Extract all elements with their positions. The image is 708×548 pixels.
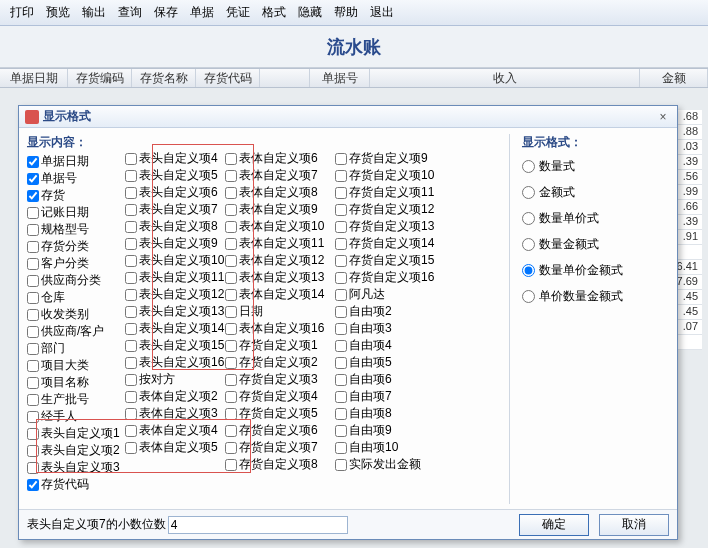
check-单据日期[interactable]: 单据日期	[27, 153, 125, 170]
checkbox[interactable]	[225, 340, 237, 352]
checkbox[interactable]	[335, 170, 347, 182]
check-存货自定义项7[interactable]: 存货自定义项7	[225, 439, 335, 456]
check-表头自定义项11[interactable]: 表头自定义项11	[125, 269, 225, 286]
check-存货自定义项2[interactable]: 存货自定义项2	[225, 354, 335, 371]
checkbox[interactable]	[225, 374, 237, 386]
check-单据号[interactable]: 单据号	[27, 170, 125, 187]
checkbox[interactable]	[335, 425, 347, 437]
menu-退出[interactable]: 退出	[364, 0, 400, 25]
checkbox[interactable]	[225, 459, 237, 471]
ok-button[interactable]: 确定	[519, 514, 589, 536]
checkbox[interactable]	[335, 306, 347, 318]
checkbox[interactable]	[27, 156, 39, 168]
check-表头自定义项16[interactable]: 表头自定义项16	[125, 354, 225, 371]
check-供应商/客户[interactable]: 供应商/客户	[27, 323, 125, 340]
checkbox[interactable]	[335, 323, 347, 335]
cancel-button[interactable]: 取消	[599, 514, 669, 536]
check-表体自定义项6[interactable]: 表体自定义项6	[225, 150, 335, 167]
check-自由项3[interactable]: 自由项3	[335, 320, 445, 337]
checkbox[interactable]	[335, 442, 347, 454]
menu-帮助[interactable]: 帮助	[328, 0, 364, 25]
checkbox[interactable]	[125, 357, 137, 369]
check-日期[interactable]: 日期	[225, 303, 335, 320]
checkbox[interactable]	[27, 309, 39, 321]
radio-数量单价金额式[interactable]: 数量单价金额式	[522, 257, 669, 283]
check-表头自定义项15[interactable]: 表头自定义项15	[125, 337, 225, 354]
check-表体自定义项5[interactable]: 表体自定义项5	[125, 439, 225, 456]
checkbox[interactable]	[335, 221, 347, 233]
radio-单价数量金额式[interactable]: 单价数量金额式	[522, 283, 669, 309]
checkbox[interactable]	[27, 207, 39, 219]
checkbox[interactable]	[125, 238, 137, 250]
check-存货自定义项10[interactable]: 存货自定义项10	[335, 167, 445, 184]
checkbox[interactable]	[125, 425, 137, 437]
check-表体自定义项8[interactable]: 表体自定义项8	[225, 184, 335, 201]
radio-数量单价式[interactable]: 数量单价式	[522, 205, 669, 231]
menu-打印[interactable]: 打印	[4, 0, 40, 25]
checkbox[interactable]	[27, 224, 39, 236]
checkbox[interactable]	[225, 204, 237, 216]
checkbox[interactable]	[125, 340, 137, 352]
menu-保存[interactable]: 保存	[148, 0, 184, 25]
menu-隐藏[interactable]: 隐藏	[292, 0, 328, 25]
check-表头自定义项9[interactable]: 表头自定义项9	[125, 235, 225, 252]
check-收发类别[interactable]: 收发类别	[27, 306, 125, 323]
check-存货自定义项12[interactable]: 存货自定义项12	[335, 201, 445, 218]
check-供应商分类[interactable]: 供应商分类	[27, 272, 125, 289]
checkbox[interactable]	[125, 391, 137, 403]
checkbox[interactable]	[125, 306, 137, 318]
check-表体自定义项13[interactable]: 表体自定义项13	[225, 269, 335, 286]
menu-单据[interactable]: 单据	[184, 0, 220, 25]
checkbox[interactable]	[225, 408, 237, 420]
radio-金额式[interactable]: 金额式	[522, 179, 669, 205]
checkbox[interactable]	[27, 258, 39, 270]
checkbox[interactable]	[125, 323, 137, 335]
check-实际发出金额[interactable]: 实际发出金额	[335, 456, 445, 473]
check-表头自定义项4[interactable]: 表头自定义项4	[125, 150, 225, 167]
check-表头自定义项2[interactable]: 表头自定义项2	[27, 442, 125, 459]
check-项目大类[interactable]: 项目大类	[27, 357, 125, 374]
check-表体自定义项7[interactable]: 表体自定义项7	[225, 167, 335, 184]
radio[interactable]	[522, 238, 535, 251]
check-存货分类[interactable]: 存货分类	[27, 238, 125, 255]
checkbox[interactable]	[335, 357, 347, 369]
checkbox[interactable]	[335, 391, 347, 403]
decimal-input[interactable]	[168, 516, 348, 534]
check-阿凡达[interactable]: 阿凡达	[335, 286, 445, 303]
checkbox[interactable]	[225, 255, 237, 267]
check-存货自定义项3[interactable]: 存货自定义项3	[225, 371, 335, 388]
checkbox[interactable]	[225, 170, 237, 182]
checkbox[interactable]	[335, 408, 347, 420]
check-经手人[interactable]: 经手人	[27, 408, 125, 425]
radio[interactable]	[522, 290, 535, 303]
checkbox[interactable]	[27, 411, 39, 423]
checkbox[interactable]	[225, 425, 237, 437]
checkbox[interactable]	[335, 255, 347, 267]
checkbox[interactable]	[125, 272, 137, 284]
check-表体自定义项12[interactable]: 表体自定义项12	[225, 252, 335, 269]
check-存货自定义项8[interactable]: 存货自定义项8	[225, 456, 335, 473]
checkbox[interactable]	[125, 408, 137, 420]
radio[interactable]	[522, 264, 535, 277]
check-存货自定义项13[interactable]: 存货自定义项13	[335, 218, 445, 235]
check-表体自定义项3[interactable]: 表体自定义项3	[125, 405, 225, 422]
check-表体自定义项4[interactable]: 表体自定义项4	[125, 422, 225, 439]
checkbox[interactable]	[225, 238, 237, 250]
checkbox[interactable]	[125, 221, 137, 233]
checkbox[interactable]	[27, 394, 39, 406]
check-存货自定义项1[interactable]: 存货自定义项1	[225, 337, 335, 354]
checkbox[interactable]	[125, 374, 137, 386]
check-表头自定义项3[interactable]: 表头自定义项3	[27, 459, 125, 476]
checkbox[interactable]	[335, 289, 347, 301]
checkbox[interactable]	[27, 445, 39, 457]
radio-数量金额式[interactable]: 数量金额式	[522, 231, 669, 257]
check-自由项7[interactable]: 自由项7	[335, 388, 445, 405]
check-表体自定义项16[interactable]: 表体自定义项16	[225, 320, 335, 337]
checkbox[interactable]	[335, 204, 347, 216]
checkbox[interactable]	[27, 428, 39, 440]
close-icon[interactable]: ×	[655, 110, 671, 124]
check-存货自定义项16[interactable]: 存货自定义项16	[335, 269, 445, 286]
check-存货[interactable]: 存货	[27, 187, 125, 204]
checkbox[interactable]	[335, 187, 347, 199]
checkbox[interactable]	[27, 173, 39, 185]
